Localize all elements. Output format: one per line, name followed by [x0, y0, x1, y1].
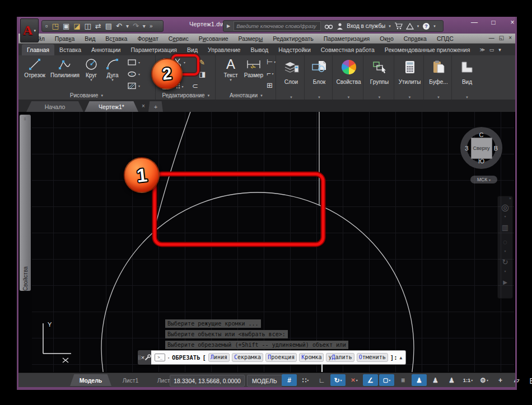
panel-draw-footer[interactable]: Рисование▼: [18, 91, 155, 100]
groups-expand-icon[interactable]: ▼: [365, 96, 394, 99]
orbit-dropdown-icon[interactable]: ▾: [504, 269, 506, 275]
properties-palette-tab[interactable]: ⠿ Свойства: [20, 115, 31, 291]
menu-insert[interactable]: Вставка: [100, 35, 132, 42]
panel-view[interactable]: Вид ▼: [454, 55, 480, 100]
viewcube-east[interactable]: В: [494, 145, 498, 152]
zoom-dropdown-icon[interactable]: ▾: [504, 249, 506, 255]
ribbon-tab-addins[interactable]: Надстройки: [273, 44, 316, 55]
multileader-dropdown-icon[interactable]: ▾: [272, 72, 274, 76]
arc-button[interactable]: Дуга ▼: [102, 57, 123, 81]
viewcube-south[interactable]: Ю: [478, 158, 484, 164]
tab-start[interactable]: Начало: [26, 101, 83, 112]
mdi-minimize-button[interactable]: —: [489, 35, 494, 41]
circle-button[interactable]: Круг ▼: [81, 57, 101, 81]
rectangle-tool[interactable]: ▾: [127, 59, 140, 66]
navigation-bar[interactable]: × ◎ ▾ ▥ ◌ ▾ ↻ ▾ ▶: [497, 196, 513, 299]
ribbon-tab-view[interactable]: Вид: [182, 44, 203, 55]
command-history-up-icon[interactable]: ▲: [399, 355, 402, 360]
panel-block[interactable]: Блок ▼: [306, 55, 333, 100]
arc-dropdown-icon[interactable]: ▼: [111, 79, 114, 81]
menu-view[interactable]: Вид: [80, 35, 100, 42]
option-crossing[interactable]: Секрамка: [232, 353, 263, 362]
save-icon[interactable]: ▣: [63, 22, 69, 30]
menu-help[interactable]: Справка: [399, 35, 432, 42]
tab-close-icon[interactable]: ×: [142, 103, 145, 109]
ribbon-expand-icon[interactable]: ≫: [479, 47, 484, 55]
clean-screen-button[interactable]: ◰: [525, 374, 532, 386]
wcs-menu[interactable]: МСК▾: [470, 176, 497, 183]
array-dropdown-icon[interactable]: ▾: [182, 84, 184, 88]
search-collapse-icon[interactable]: ▶: [227, 23, 230, 29]
menu-edit[interactable]: Правка: [50, 35, 80, 42]
autodesk-360-icon[interactable]: [406, 23, 414, 30]
option-project[interactable]: Проекция: [265, 353, 297, 362]
lineweight-toggle[interactable]: ≡: [395, 374, 410, 386]
ribbon-tab-home[interactable]: Главная: [22, 44, 54, 55]
show-motion-icon[interactable]: ▶: [503, 275, 507, 289]
menu-window[interactable]: Окно: [375, 35, 398, 42]
model-space-button[interactable]: МОДЕЛЬ: [247, 375, 282, 387]
properties-expand-icon[interactable]: ▼: [334, 96, 363, 99]
layers-expand-icon[interactable]: ▼: [278, 96, 304, 99]
ribbon-tab-manage[interactable]: Управление: [203, 44, 245, 55]
annotation-visibility-toggle[interactable]: ♟: [412, 374, 427, 386]
annotation-scale-button[interactable]: 1:1▾: [460, 374, 475, 386]
block-expand-icon[interactable]: ▼: [306, 96, 332, 99]
maximize-button[interactable]: □: [487, 18, 500, 26]
dimension-button[interactable]: Размер: [242, 57, 265, 78]
rectangle-dropdown-icon[interactable]: ▾: [138, 60, 140, 64]
mdi-close-button[interactable]: ×: [508, 35, 512, 41]
ribbon-tab-annotate[interactable]: Аннотации: [86, 44, 126, 55]
ribbon-tab-insert[interactable]: Вставка: [54, 44, 86, 55]
ribbon-tab-parametric[interactable]: Параметризация: [126, 44, 183, 55]
command-input[interactable]: >_ ▾ ОБРЕЗАТЬ [ Линия Секрамка Проекция …: [151, 350, 406, 365]
hatch-dropdown-icon[interactable]: ▾: [138, 84, 140, 88]
pan-hand-icon[interactable]: ▥: [502, 220, 508, 234]
panel-properties[interactable]: Свойства ▼: [334, 55, 363, 100]
option-erase[interactable]: уДалить: [326, 353, 354, 362]
option-edge[interactable]: Кромка: [299, 353, 324, 362]
leader-tool[interactable]: ⊢ ▾: [267, 58, 276, 65]
customization-gear-button[interactable]: ⚙▾: [477, 374, 492, 386]
orbit-tool-icon[interactable]: ↻: [502, 255, 508, 269]
redo-dropdown-icon[interactable]: ▾: [143, 23, 146, 29]
new-tab-button[interactable]: +: [148, 101, 163, 112]
drawing-canvas[interactable]: Y С Ю З В Сверху МСК▾ × ◎ ▾ ▥ ◌ ▾ ↻ ▾ ▶ …: [32, 112, 514, 372]
search-binoculars-icon[interactable]: [324, 22, 333, 30]
command-dropdown-icon[interactable]: ▾: [167, 356, 170, 360]
ribbon-tab-output[interactable]: Вывод: [245, 44, 273, 55]
mirror-icon[interactable]: ◨: [199, 70, 206, 78]
mdi-restore-button[interactable]: ◱: [499, 35, 504, 41]
panel-modify-footer[interactable]: Редактирование▼: [157, 91, 215, 100]
viewcube-top-face[interactable]: Сверху: [471, 138, 492, 159]
menu-dimension[interactable]: Размеры: [234, 35, 268, 42]
osnap-tracking-toggle[interactable]: ∠: [363, 374, 378, 386]
crosshair-button[interactable]: +: [493, 374, 508, 386]
annotation-autoscale-toggle[interactable]: ♟: [428, 374, 443, 386]
multileader-tool[interactable]: ⌐ ▾: [267, 70, 274, 77]
hatch-tool[interactable]: ▾: [127, 82, 140, 90]
menu-spds[interactable]: СПДС: [432, 35, 459, 42]
panel-utilities[interactable]: Утилиты ▼: [396, 55, 424, 100]
help-icon[interactable]: ?: [422, 22, 430, 30]
viewcube[interactable]: С Ю З В Сверху: [460, 127, 502, 169]
panel-annotate-footer[interactable]: Аннотации▼: [217, 91, 276, 100]
option-line[interactable]: Линия: [208, 353, 230, 362]
ribbon-tab-collaborate[interactable]: Совместная работа: [316, 44, 380, 55]
view-expand-icon[interactable]: ▼: [454, 96, 480, 99]
command-customize-wrench-icon[interactable]: [144, 354, 151, 361]
menu-format[interactable]: Формат: [132, 35, 163, 42]
circle-dropdown-icon[interactable]: ▼: [90, 79, 93, 81]
sign-in-dropdown-icon[interactable]: ▾: [389, 24, 391, 29]
ellipse-tool[interactable]: ▾: [127, 70, 140, 78]
menu-modify[interactable]: Редактировать: [268, 35, 319, 42]
a360-dropdown-icon[interactable]: ▾: [417, 24, 419, 29]
table-tool[interactable]: ⊞: [267, 82, 273, 89]
option-undo[interactable]: Отменить: [357, 353, 388, 362]
line-button[interactable]: Отрезок: [20, 57, 49, 78]
leader-dropdown-icon[interactable]: ▾: [274, 60, 276, 64]
polar-tracking-toggle[interactable]: ↻▾: [330, 374, 346, 386]
search-input[interactable]: Введите ключевое слово/фразу: [234, 21, 321, 31]
open-file-icon[interactable]: ◳: [52, 22, 59, 30]
tab-model[interactable]: Модель: [70, 374, 111, 386]
